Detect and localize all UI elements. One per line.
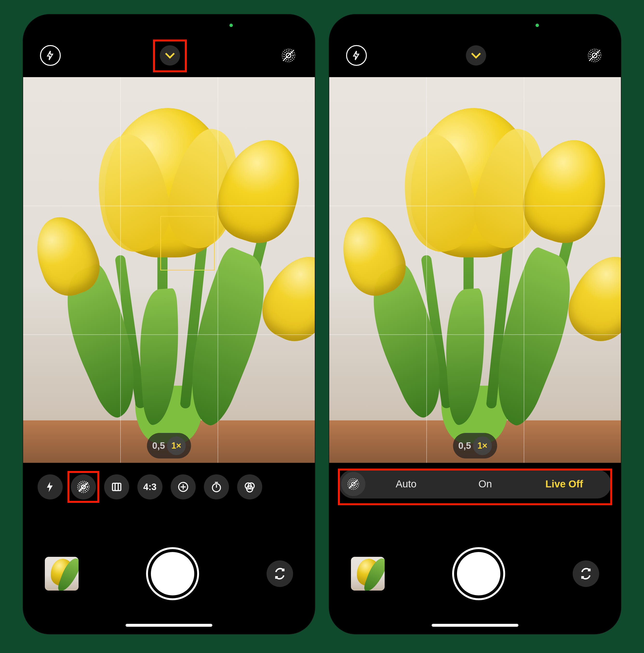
flash-icon: [351, 50, 362, 61]
focus-indicator: [160, 216, 215, 270]
live-photo-off-icon: [281, 48, 296, 63]
flash-toggle[interactable]: [346, 45, 367, 66]
viewfinder[interactable]: 0,5 1×: [23, 77, 315, 463]
switch-camera-icon: [273, 567, 287, 580]
filters-icon: [244, 481, 256, 493]
phone-left: 0,5 1× 4:3: [23, 15, 315, 634]
flash-icon: [45, 50, 55, 61]
last-photo-thumbnail[interactable]: [351, 557, 385, 590]
camera-top-bar: [329, 41, 621, 70]
options-chevron-toggle[interactable]: [466, 45, 486, 66]
last-photo-thumbnail[interactable]: [45, 557, 79, 590]
flash-icon: [44, 481, 56, 493]
exposure-icon: [177, 481, 189, 493]
live-photo-toggle-top[interactable]: [279, 46, 298, 65]
zoom-option-selected[interactable]: 1×: [473, 436, 492, 455]
privacy-indicator-dot: [536, 24, 539, 27]
camera-top-bar: [23, 41, 315, 70]
tool-flash[interactable]: [38, 475, 63, 500]
zoom-selector[interactable]: 0,5 1×: [147, 433, 191, 458]
tool-filters[interactable]: [237, 475, 262, 500]
zoom-option-selected[interactable]: 1×: [167, 436, 185, 455]
annotation-highlight-live-bar: [338, 468, 612, 505]
annotation-highlight-chevron: [153, 40, 187, 72]
tool-aspect-ratio[interactable]: 4:3: [138, 475, 163, 500]
svg-line-3: [283, 50, 294, 61]
photographic-styles-icon: [110, 481, 123, 493]
zoom-option-ultrawide[interactable]: 0,5: [459, 441, 471, 451]
shutter-button[interactable]: [151, 552, 194, 596]
phone-right: 0,5 1× Auto On Live Off: [329, 15, 621, 634]
annotation-highlight-live-tool: [68, 471, 99, 503]
tool-exposure[interactable]: [171, 475, 196, 500]
viewfinder[interactable]: 0,5 1×: [329, 77, 621, 463]
tool-timer[interactable]: [204, 475, 229, 500]
flash-toggle[interactable]: [40, 45, 61, 66]
zoom-option-ultrawide[interactable]: 0,5: [152, 441, 165, 451]
camera-tools-row: 4:3: [23, 473, 315, 501]
switch-camera-icon: [579, 567, 593, 580]
shutter-button[interactable]: [457, 552, 500, 596]
capture-row: [23, 550, 315, 598]
home-indicator[interactable]: [126, 624, 212, 627]
privacy-indicator-dot: [229, 24, 233, 27]
live-photo-off-icon: [587, 48, 602, 63]
svg-line-22: [589, 50, 600, 61]
tool-photographic-styles[interactable]: [104, 475, 129, 500]
timer-icon: [210, 481, 222, 493]
home-indicator[interactable]: [432, 624, 518, 627]
comparison-stage: 0,5 1× 4:3: [0, 0, 644, 653]
switch-camera-button[interactable]: [573, 560, 599, 587]
switch-camera-button[interactable]: [267, 560, 293, 587]
chevron-down-icon: [471, 52, 481, 59]
zoom-selector[interactable]: 0,5 1×: [453, 433, 497, 458]
capture-row: [329, 550, 621, 598]
viewfinder-subject: [329, 77, 621, 463]
aspect-ratio-label: 4:3: [143, 482, 157, 492]
live-photo-toggle-top[interactable]: [585, 46, 604, 65]
